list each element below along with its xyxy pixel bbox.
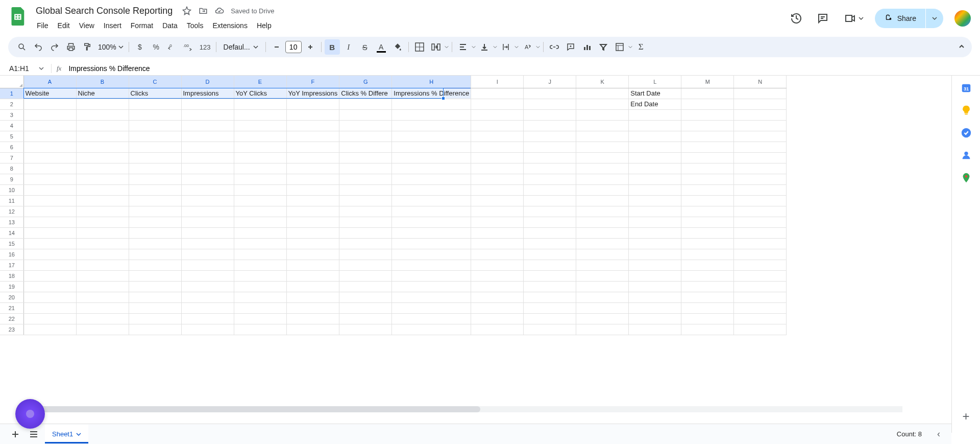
col-header-M[interactable]: M <box>681 76 734 88</box>
cell-E16[interactable] <box>234 249 286 260</box>
cell-L10[interactable] <box>629 184 681 195</box>
cell-G13[interactable] <box>339 217 392 227</box>
cell-B18[interactable] <box>76 270 129 281</box>
cell-K14[interactable] <box>576 227 629 238</box>
cell-L1[interactable]: Start Date <box>629 88 681 99</box>
cell-N7[interactable] <box>734 152 787 163</box>
cell-A22[interactable] <box>23 313 76 324</box>
cell-N4[interactable] <box>734 120 787 131</box>
cell-J6[interactable] <box>524 142 576 152</box>
cell-C13[interactable] <box>129 217 181 227</box>
cell-C19[interactable] <box>129 281 181 292</box>
cell-E6[interactable] <box>234 142 286 152</box>
cell-E7[interactable] <box>234 152 286 163</box>
col-header-G[interactable]: G <box>339 76 392 88</box>
cell-J3[interactable] <box>524 109 576 120</box>
cell-G1[interactable]: Clicks % Differe <box>339 88 392 99</box>
cell-H15[interactable] <box>392 238 471 249</box>
cell-J1[interactable] <box>524 88 576 99</box>
cell-B5[interactable] <box>76 131 129 142</box>
keep-icon[interactable] <box>960 104 972 116</box>
cell-D7[interactable] <box>181 152 234 163</box>
cell-L5[interactable] <box>629 131 681 142</box>
cell-F7[interactable] <box>286 152 339 163</box>
currency-button[interactable]: $ <box>132 39 148 55</box>
undo-icon[interactable] <box>31 39 46 55</box>
cell-H22[interactable] <box>392 313 471 324</box>
cell-D10[interactable] <box>181 184 234 195</box>
cell-L6[interactable] <box>629 142 681 152</box>
cell-L12[interactable] <box>629 206 681 217</box>
cell-I10[interactable] <box>471 184 524 195</box>
cell-F4[interactable] <box>286 120 339 131</box>
cell-B22[interactable] <box>76 313 129 324</box>
cell-J4[interactable] <box>524 120 576 131</box>
cell-J21[interactable] <box>524 302 576 313</box>
row-header-10[interactable]: 10 <box>0 184 23 195</box>
cell-M1[interactable] <box>681 88 734 99</box>
cell-C12[interactable] <box>129 206 181 217</box>
cell-B16[interactable] <box>76 249 129 260</box>
cell-G19[interactable] <box>339 281 392 292</box>
cell-K20[interactable] <box>576 292 629 302</box>
cell-A18[interactable] <box>23 270 76 281</box>
cell-H19[interactable] <box>392 281 471 292</box>
wrap-button[interactable] <box>498 39 519 55</box>
cell-N20[interactable] <box>734 292 787 302</box>
cell-K1[interactable] <box>576 88 629 99</box>
cell-E17[interactable] <box>234 260 286 270</box>
cell-B11[interactable] <box>76 195 129 206</box>
cell-E12[interactable] <box>234 206 286 217</box>
cell-F10[interactable] <box>286 184 339 195</box>
cell-A15[interactable] <box>23 238 76 249</box>
cell-M18[interactable] <box>681 270 734 281</box>
cell-C18[interactable] <box>129 270 181 281</box>
cell-I21[interactable] <box>471 302 524 313</box>
print-icon[interactable] <box>63 39 79 55</box>
col-header-L[interactable]: L <box>629 76 681 88</box>
cell-L18[interactable] <box>629 270 681 281</box>
cell-F17[interactable] <box>286 260 339 270</box>
cell-E8[interactable] <box>234 163 286 174</box>
grid[interactable]: ABCDEFGHIJKLMN1WebsiteNicheClicksImpress… <box>0 76 951 433</box>
cell-M2[interactable] <box>681 99 734 109</box>
cell-B13[interactable] <box>76 217 129 227</box>
cell-C15[interactable] <box>129 238 181 249</box>
cell-J11[interactable] <box>524 195 576 206</box>
menu-data[interactable]: Data <box>158 19 182 32</box>
cell-F21[interactable] <box>286 302 339 313</box>
cell-M10[interactable] <box>681 184 734 195</box>
cell-C8[interactable] <box>129 163 181 174</box>
cell-G6[interactable] <box>339 142 392 152</box>
cell-D8[interactable] <box>181 163 234 174</box>
cell-G3[interactable] <box>339 109 392 120</box>
cell-M9[interactable] <box>681 174 734 184</box>
cell-J23[interactable] <box>524 324 576 335</box>
cell-C11[interactable] <box>129 195 181 206</box>
cell-H16[interactable] <box>392 249 471 260</box>
star-icon[interactable] <box>182 6 192 16</box>
cell-J13[interactable] <box>524 217 576 227</box>
row-header-7[interactable]: 7 <box>0 152 23 163</box>
cell-D21[interactable] <box>181 302 234 313</box>
share-more-button[interactable] <box>926 9 943 28</box>
cell-E5[interactable] <box>234 131 286 142</box>
cell-G11[interactable] <box>339 195 392 206</box>
cell-F1[interactable]: YoY Impressions <box>286 88 339 99</box>
cell-K17[interactable] <box>576 260 629 270</box>
cell-D1[interactable]: Impressions <box>181 88 234 99</box>
redo-icon[interactable] <box>47 39 62 55</box>
cell-N1[interactable] <box>734 88 787 99</box>
cell-A21[interactable] <box>23 302 76 313</box>
link-icon[interactable] <box>547 39 562 55</box>
font-select[interactable]: Defaul... <box>219 43 262 51</box>
cell-J2[interactable] <box>524 99 576 109</box>
menu-insert[interactable]: Insert <box>100 19 126 32</box>
cell-I2[interactable] <box>471 99 524 109</box>
cell-A17[interactable] <box>23 260 76 270</box>
row-header-11[interactable]: 11 <box>0 195 23 206</box>
cell-C23[interactable] <box>129 324 181 335</box>
cell-B3[interactable] <box>76 109 129 120</box>
cell-M23[interactable] <box>681 324 734 335</box>
cell-M8[interactable] <box>681 163 734 174</box>
